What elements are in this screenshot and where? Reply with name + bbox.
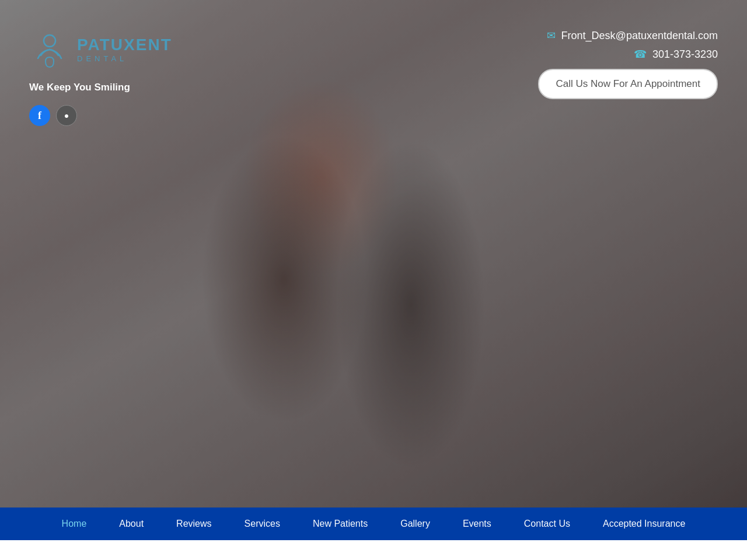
phone-text: 301-373-3230 — [652, 48, 718, 61]
nav-item-insurance[interactable]: Accepted Insurance — [587, 508, 701, 540]
nav-item-home[interactable]: Home — [46, 508, 103, 540]
phone-row: ☎ 301-373-3230 — [634, 48, 718, 61]
bottom-section — [0, 540, 747, 560]
hero-left-panel: PATUXENT DENTAL We Keep You Smiling f ● — [29, 23, 172, 126]
email-text: Front_Desk@patuxentdental.com — [561, 30, 718, 42]
facebook-button[interactable]: f — [29, 105, 50, 126]
social-icons-group: f ● — [29, 105, 172, 126]
tagline: We Keep You Smiling — [29, 82, 172, 93]
nav-item-contact[interactable]: Contact Us — [508, 508, 587, 540]
nav-item-reviews[interactable]: Reviews — [160, 508, 228, 540]
logo-main-name: PATUXENT — [77, 37, 172, 53]
instagram-button[interactable]: ● — [56, 105, 77, 126]
svg-point-0 — [44, 35, 55, 47]
nav-item-about[interactable]: About — [103, 508, 160, 540]
hero-section: PATUXENT DENTAL We Keep You Smiling f ● — [0, 0, 747, 508]
contact-info: ✉ Front_Desk@patuxentdental.com ☎ 301-37… — [538, 29, 718, 99]
nav-item-events[interactable]: Events — [446, 508, 508, 540]
nav-item-services[interactable]: Services — [228, 508, 296, 540]
email-row: ✉ Front_Desk@patuxentdental.com — [547, 29, 718, 42]
nav-item-gallery[interactable]: Gallery — [384, 508, 446, 540]
instagram-icon: ● — [64, 111, 69, 120]
hero-right-panel: ✉ Front_Desk@patuxentdental.com ☎ 301-37… — [538, 23, 718, 99]
facebook-icon: f — [38, 110, 41, 122]
navigation-bar: Home About Reviews Services New Patients… — [0, 508, 747, 540]
appointment-button[interactable]: Call Us Now For An Appointment — [538, 69, 718, 99]
phone-icon: ☎ — [634, 48, 647, 61]
nav-item-new-patients[interactable]: New Patients — [296, 508, 384, 540]
hero-content: PATUXENT DENTAL We Keep You Smiling f ● — [0, 0, 747, 508]
logo-text: PATUXENT DENTAL — [77, 37, 172, 63]
logo-area: PATUXENT DENTAL — [29, 29, 172, 70]
logo-sub-name: DENTAL — [77, 54, 172, 63]
logo-icon — [29, 29, 70, 70]
email-icon: ✉ — [547, 29, 556, 42]
